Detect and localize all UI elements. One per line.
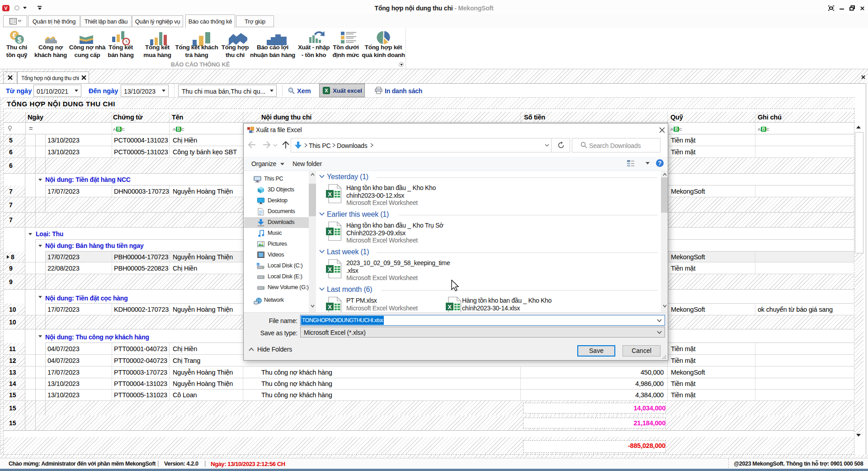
svg-text:$: $ (18, 36, 22, 44)
svg-text:X: X (325, 88, 328, 93)
